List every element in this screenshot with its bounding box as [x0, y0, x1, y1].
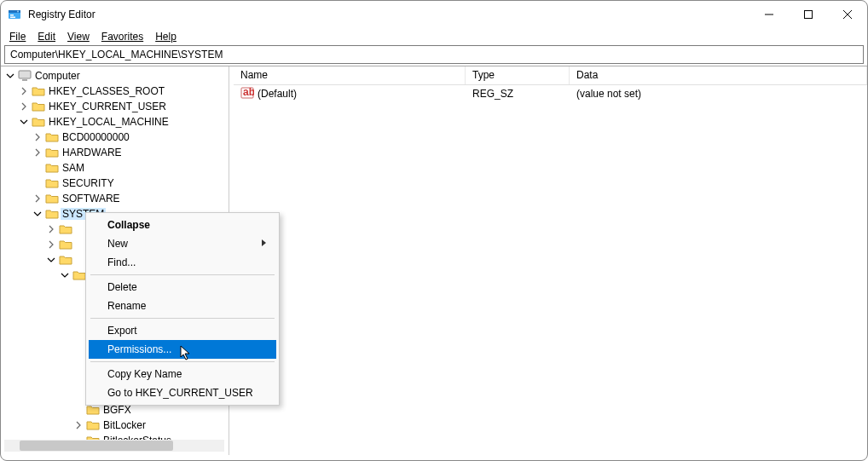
tree-label: BGFX: [101, 404, 133, 416]
tree-label: SECURITY: [61, 177, 116, 189]
cm-delete[interactable]: Delete: [89, 278, 276, 297]
svg-rect-6: [805, 11, 813, 19]
window-controls: [749, 2, 867, 27]
tree-label: [74, 223, 80, 235]
folder-icon: [86, 419, 100, 431]
cm-permissions[interactable]: Permissions...: [89, 340, 276, 359]
cm-export[interactable]: Export: [89, 321, 276, 340]
tree-label: HARDWARE: [61, 147, 124, 158]
close-button[interactable]: [828, 2, 867, 27]
folder-icon: [45, 193, 59, 205]
chevron-right-icon[interactable]: [45, 223, 57, 235]
tree-label: HKEY_CLASSES_ROOT: [47, 85, 166, 97]
chevron-down-icon[interactable]: [45, 254, 57, 266]
horizontal-scrollbar[interactable]: [4, 440, 224, 452]
chevron-right-icon[interactable]: [32, 193, 43, 205]
cm-separator: [90, 361, 275, 362]
cm-label: Rename: [107, 300, 146, 312]
tree-item-hklm[interactable]: HKEY_LOCAL_MACHINE: [18, 114, 229, 130]
chevron-right-icon[interactable]: [18, 85, 30, 97]
chevron-down-icon[interactable]: [4, 70, 16, 82]
column-header-name[interactable]: Name: [234, 66, 466, 84]
tree-item-hkcu[interactable]: HKEY_CURRENT_USER: [18, 99, 229, 114]
submenu-arrow-icon: [261, 238, 268, 250]
cm-label: Collapse: [107, 219, 150, 231]
svg-text:ab: ab: [243, 86, 254, 98]
context-menu: Collapse New Find... Delete Rename Expor…: [85, 212, 280, 406]
folder-icon: [45, 177, 59, 189]
list-header: Name Type Data: [234, 66, 867, 85]
chevron-down-icon[interactable]: [59, 269, 71, 281]
chevron-right-icon[interactable]: [45, 239, 57, 251]
tree-item[interactable]: SOFTWARE: [32, 191, 229, 206]
cm-new[interactable]: New: [89, 234, 276, 253]
maximize-button[interactable]: [789, 2, 828, 27]
chevron-down-icon[interactable]: [32, 208, 43, 220]
svg-rect-10: [22, 79, 27, 81]
svg-rect-3: [10, 14, 14, 16]
tree-label: [74, 239, 80, 251]
tree-item-computer[interactable]: Computer: [4, 68, 229, 84]
folder-icon: [59, 223, 72, 235]
menu-file[interactable]: File: [4, 30, 31, 43]
menu-edit[interactable]: Edit: [32, 30, 61, 43]
computer-icon: [18, 70, 32, 82]
tree-label: HKEY_CURRENT_USER: [47, 101, 168, 112]
tree-item[interactable]: ·SECURITY: [32, 176, 229, 191]
cm-label: Find...: [107, 256, 136, 268]
menu-help[interactable]: Help: [150, 30, 182, 43]
column-header-data[interactable]: Data: [570, 66, 867, 84]
folder-icon: [45, 208, 59, 220]
string-value-icon: ab: [240, 86, 254, 102]
cm-label: Export: [107, 325, 137, 337]
folder-icon: [32, 116, 45, 128]
cm-find[interactable]: Find...: [89, 253, 276, 272]
tree-item[interactable]: HARDWARE: [32, 145, 229, 160]
menu-view[interactable]: View: [62, 30, 95, 43]
value-data: (value not set): [570, 86, 867, 101]
menu-favorites[interactable]: Favorites: [96, 30, 148, 43]
column-header-type[interactable]: Type: [466, 66, 570, 84]
chevron-right-icon[interactable]: [18, 101, 30, 112]
list-row[interactable]: ab (Default) REG_SZ (value not set): [234, 85, 867, 102]
tree-label: BCD00000000: [61, 131, 131, 143]
window-title: Registry Editor: [28, 9, 749, 20]
tree-item-hkcr[interactable]: HKEY_CLASSES_ROOT: [18, 84, 229, 99]
folder-icon: [59, 239, 72, 251]
cm-label: Delete: [107, 281, 137, 293]
cm-label: Go to HKEY_CURRENT_USER: [107, 387, 253, 399]
menu-bar: File Edit View Favorites Help: [1, 28, 867, 45]
scrollbar-thumb[interactable]: [20, 441, 173, 451]
cm-separator: [90, 318, 275, 319]
chevron-right-icon[interactable]: [32, 131, 43, 143]
tree-label: SOFTWARE: [61, 193, 122, 205]
tree-item[interactable]: BCD00000000: [32, 130, 229, 145]
minimize-button[interactable]: [749, 2, 789, 27]
folder-icon: [45, 131, 59, 143]
cm-label: Permissions...: [107, 343, 171, 355]
svg-rect-9: [19, 71, 31, 78]
value-type: REG_SZ: [466, 86, 570, 101]
tree-label: BitLocker: [101, 419, 148, 431]
value-name: (Default): [258, 88, 297, 100]
cm-label: Copy Key Name: [107, 368, 182, 380]
chevron-down-icon[interactable]: [18, 116, 30, 128]
cm-rename[interactable]: Rename: [89, 297, 276, 315]
cm-separator: [90, 274, 275, 275]
tree-item[interactable]: ·SAM: [32, 160, 229, 176]
cm-label: New: [107, 238, 128, 250]
cm-collapse[interactable]: Collapse: [89, 216, 276, 234]
svg-rect-4: [10, 17, 15, 19]
chevron-right-icon[interactable]: [72, 419, 84, 431]
folder-icon: [32, 85, 45, 97]
address-path: Computer\HKEY_LOCAL_MACHINE\SYSTEM: [10, 49, 223, 61]
tree-label: SAM: [61, 162, 86, 174]
address-bar[interactable]: Computer\HKEY_LOCAL_MACHINE\SYSTEM: [4, 45, 864, 64]
tree-label: [74, 254, 80, 266]
folder-icon: [59, 254, 72, 266]
folder-icon: [45, 147, 59, 158]
tree-item[interactable]: BitLocker: [72, 418, 229, 433]
cm-copy-key-name[interactable]: Copy Key Name: [89, 365, 276, 383]
chevron-right-icon[interactable]: [32, 147, 43, 158]
cm-goto-hkcu[interactable]: Go to HKEY_CURRENT_USER: [89, 383, 276, 402]
